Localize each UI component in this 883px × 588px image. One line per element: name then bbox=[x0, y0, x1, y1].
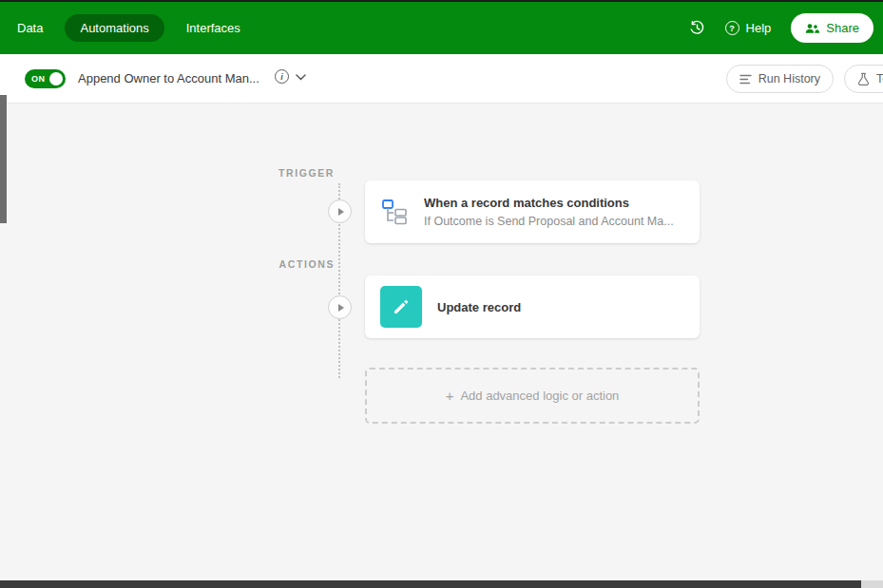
action-card-title: Update record bbox=[437, 300, 684, 314]
trigger-card[interactable]: When a record matches conditions If Outc… bbox=[365, 180, 700, 243]
toggle-on-label: ON bbox=[31, 74, 45, 84]
test-automation-button[interactable]: Test bbox=[844, 65, 883, 93]
tab-automations[interactable]: Automations bbox=[65, 14, 163, 42]
run-history-label: Run History bbox=[758, 72, 820, 85]
automation-on-toggle[interactable]: ON bbox=[25, 69, 66, 88]
flask-icon bbox=[857, 72, 870, 85]
add-advanced-logic-label: Add advanced logic or action bbox=[460, 389, 619, 403]
trigger-card-text: When a record matches conditions If Outc… bbox=[424, 196, 684, 228]
info-icon[interactable]: i bbox=[275, 69, 289, 84]
automation-canvas: TRIGGER When a record matches conditions… bbox=[0, 104, 883, 580]
people-icon bbox=[805, 23, 819, 34]
action-card-text: Update record bbox=[437, 300, 684, 314]
app-window: Data Automations Interfaces ? Help bbox=[0, 0, 883, 588]
help-button[interactable]: ? Help bbox=[725, 21, 772, 35]
chevron-down-icon[interactable] bbox=[296, 74, 306, 81]
automation-toolbar: ON Append Owner to Account Man... i Run … bbox=[0, 54, 883, 104]
test-label: Test bbox=[876, 72, 883, 85]
share-label: Share bbox=[826, 21, 859, 35]
topbar-right: ? Help Share bbox=[689, 13, 875, 43]
test-trigger-play-button[interactable] bbox=[328, 199, 352, 223]
run-history-button[interactable]: Run History bbox=[726, 65, 834, 93]
help-label: Help bbox=[746, 21, 772, 35]
actions-section-label: ACTIONS bbox=[230, 258, 335, 270]
question-icon: ? bbox=[725, 21, 739, 35]
plus-icon: + bbox=[446, 388, 454, 404]
share-button[interactable]: Share bbox=[791, 13, 873, 43]
trigger-card-subtitle: If Outcome is Send Proposal and Account … bbox=[424, 215, 684, 228]
test-action-play-button[interactable] bbox=[328, 295, 352, 319]
history-icon[interactable] bbox=[689, 20, 705, 36]
toggle-knob bbox=[49, 72, 63, 85]
trigger-section-label: TRIGGER bbox=[230, 167, 335, 179]
horizontal-scrollbar-thumb[interactable] bbox=[0, 580, 861, 588]
main-nav-tabs: Data Automations Interfaces bbox=[8, 14, 250, 42]
automation-title[interactable]: Append Owner to Account Man... bbox=[78, 71, 259, 85]
vertical-scrollbar-thumb[interactable] bbox=[0, 95, 7, 223]
topbar: Data Automations Interfaces ? Help bbox=[0, 2, 883, 54]
tab-interfaces[interactable]: Interfaces bbox=[177, 14, 250, 42]
run-history-icon bbox=[739, 73, 752, 85]
record-matches-conditions-icon bbox=[380, 198, 409, 226]
update-record-pencil-icon bbox=[380, 286, 422, 328]
add-advanced-logic-button[interactable]: + Add advanced logic or action bbox=[365, 368, 700, 424]
action-card[interactable]: Update record bbox=[365, 275, 700, 338]
tab-data[interactable]: Data bbox=[8, 14, 52, 42]
trigger-card-title: When a record matches conditions bbox=[424, 196, 684, 210]
